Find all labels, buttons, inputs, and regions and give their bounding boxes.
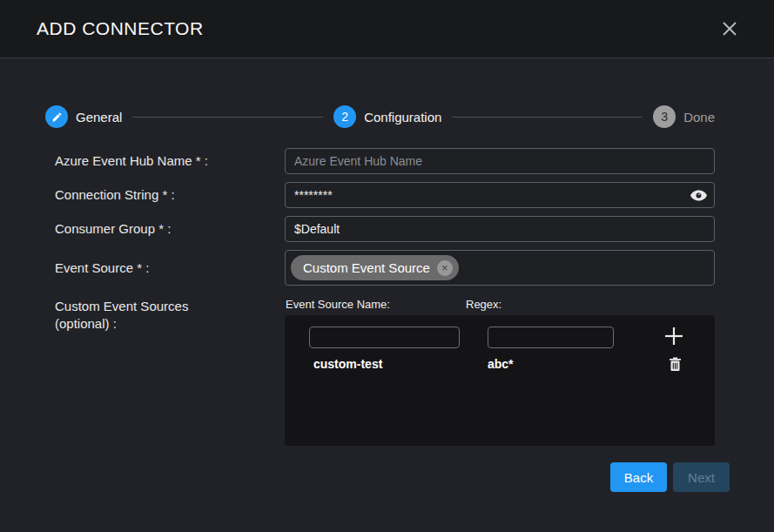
wizard-stepper: General 2 Configuration 3 Done xyxy=(45,105,715,128)
connection-string-label: Connection String * : xyxy=(55,186,285,204)
step-done: 3 Done xyxy=(653,105,715,128)
step-configuration[interactable]: 2 Configuration xyxy=(333,105,441,128)
chip-remove-icon[interactable]: × xyxy=(437,260,453,276)
event-source-row: Event Source * : Custom Event Source × xyxy=(55,250,715,286)
custom-event-source-regex-value: abc* xyxy=(488,357,514,371)
new-regex-input[interactable] xyxy=(488,327,614,348)
trash-icon[interactable] xyxy=(665,354,684,374)
dialog-title: ADD CONNECTOR xyxy=(37,18,204,39)
stepper-connector xyxy=(132,117,323,118)
stepper-connector xyxy=(452,117,643,118)
consumer-group-row: Consumer Group * : xyxy=(55,216,715,242)
event-source-chip-label: Custom Event Source xyxy=(303,260,430,275)
pencil-icon xyxy=(45,105,68,128)
add-custom-event-source-icon[interactable] xyxy=(661,323,687,349)
step-done-label: Done xyxy=(683,110,715,125)
show-password-eye-icon[interactable] xyxy=(690,186,707,204)
custom-event-sources-panel: custom-test abc* xyxy=(285,315,715,446)
regex-column-label: Regex: xyxy=(466,298,501,311)
consumer-group-label: Consumer Group * : xyxy=(55,220,285,238)
event-source-input[interactable]: Custom Event Source × xyxy=(285,250,715,286)
add-connector-dialog: ADD CONNECTOR General 2 Configuration 3 xyxy=(0,0,774,532)
dialog-header: ADD CONNECTOR xyxy=(0,0,774,58)
custom-event-source-name-value: custom-test xyxy=(313,357,382,371)
close-icon[interactable] xyxy=(718,17,741,40)
consumer-group-input[interactable] xyxy=(285,216,715,242)
back-button[interactable]: Back xyxy=(610,462,667,492)
step-general-label: General xyxy=(76,110,122,125)
event-source-label: Event Source * : xyxy=(55,259,285,277)
custom-event-sources-column-headers: Event Source Name: Regex: xyxy=(285,298,715,311)
event-source-name-column-label: Event Source Name: xyxy=(286,298,466,311)
azure-event-hub-name-row: Azure Event Hub Name * : xyxy=(55,148,715,174)
step-general[interactable]: General xyxy=(45,105,122,128)
step-3-badge: 3 xyxy=(653,105,676,128)
custom-event-sources-row: Custom Event Sources (optional) : Event … xyxy=(55,298,715,446)
custom-event-sources-label: Custom Event Sources (optional) : xyxy=(55,298,285,333)
dialog-footer: Back Next xyxy=(0,462,730,492)
azure-event-hub-name-label: Azure Event Hub Name * : xyxy=(55,152,285,170)
next-button[interactable]: Next xyxy=(673,462,730,492)
step-configuration-label: Configuration xyxy=(364,110,441,125)
connection-string-row: Connection String * : xyxy=(55,182,715,208)
new-event-source-name-input[interactable] xyxy=(309,327,460,348)
azure-event-hub-name-input[interactable] xyxy=(285,148,715,174)
connection-string-input[interactable] xyxy=(285,182,715,208)
connector-form: Azure Event Hub Name * : Connection Stri… xyxy=(0,148,774,446)
step-2-badge: 2 xyxy=(333,105,356,128)
custom-event-sources-section: Event Source Name: Regex: custom-test ab… xyxy=(285,298,715,446)
event-source-chip: Custom Event Source × xyxy=(291,255,459,280)
